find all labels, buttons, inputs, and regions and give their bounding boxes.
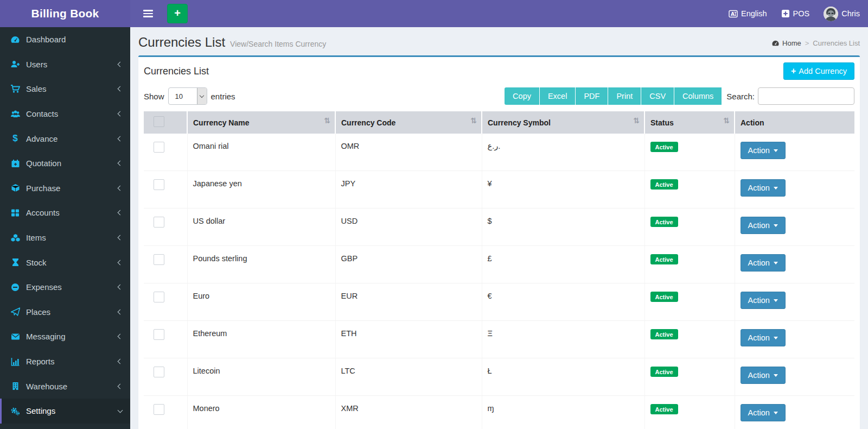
column-header-currency-name[interactable]: Currency Name⇅ [187,111,335,134]
currency-code-cell: ETH [335,321,482,358]
action-dropdown-button[interactable]: Action [741,367,786,384]
table-row: Litecoin LTC Ł Active Action [144,358,854,396]
sidebar-item-items[interactable]: Items [0,225,130,250]
action-dropdown-button[interactable]: Action [741,329,786,346]
currency-name-cell: Ethereum [187,321,335,358]
currency-name-cell: Litecoin [187,358,335,396]
action-dropdown-button[interactable]: Action [741,292,786,309]
calendar-plus-icon [10,159,21,168]
row-checkbox[interactable] [154,179,164,190]
select-all-checkbox[interactable] [154,116,164,127]
plus-icon: + [791,67,796,75]
export-button[interactable]: Print [608,87,641,105]
caret-down-icon [774,374,778,377]
sidebar-item-reports[interactable]: Reports [0,349,130,374]
app-logo[interactable]: Billing Book [0,0,130,27]
add-currency-button[interactable]: + Add Currency [783,62,854,80]
export-button[interactable]: Columns [674,87,722,105]
search-label: Search: [726,92,755,101]
minus-circle-icon [10,282,21,292]
pos-menu[interactable]: POS [781,9,810,18]
top-navbar: + A English POS [130,0,868,27]
currency-symbol-cell: £ [482,246,644,283]
export-button[interactable]: Excel [540,87,576,105]
breadcrumb-home-link[interactable]: Home [771,39,801,47]
sidebar-item-places[interactable]: Places [0,300,130,325]
sort-icon: ⇅ [470,116,477,125]
chevron-left-icon [118,86,123,92]
sidebar-item-users[interactable]: Users [0,52,130,77]
row-checkbox[interactable] [154,367,164,377]
action-dropdown-button[interactable]: Action [741,142,786,159]
column-header-currency-code[interactable]: Currency Code⇅ [335,111,482,134]
search-input[interactable] [758,87,854,105]
chevron-left-icon [118,111,123,117]
row-checkbox[interactable] [154,329,164,340]
navbar-right: A English POS [729,7,860,21]
column-header-currency-symbol[interactable]: Currency Symbol⇅ [482,111,644,134]
svg-text:A: A [731,11,735,17]
currency-name-cell: Omani rial [187,134,335,171]
currency-name-cell: Euro [187,283,335,321]
currency-symbol-cell: ر.ع. [482,134,644,171]
sidebar-item-warehouse[interactable]: Warehouse [0,374,130,399]
table-row: Omani rial OMR ر.ع. Active Action [144,134,854,171]
select-chevron-down-icon [197,88,207,104]
currencies-panel: Currencies List + Add Currency Show 10 e… [138,55,860,429]
caret-down-icon [774,187,778,190]
status-badge: Active [650,404,678,414]
sidebar-item-purchase[interactable]: Purchase [0,176,130,201]
export-button[interactable]: CSV [641,87,674,105]
shopping-cart-icon [10,84,21,94]
pos-label: POS [793,9,810,18]
row-checkbox[interactable] [154,254,164,265]
panel-header: Currencies List + Add Currency [138,57,860,85]
page-length-select[interactable]: 10 [168,87,207,105]
table-row: Monero XMR ɱ Active Action [144,396,854,429]
user-plus-icon [10,59,21,69]
quick-add-button[interactable]: + [167,4,188,23]
action-dropdown-button[interactable]: Action [741,217,786,234]
cubes-icon [10,233,21,243]
chevron-left-icon [118,61,123,67]
caret-down-icon [774,412,778,414]
currency-code-cell: EUR [335,283,482,321]
action-cell: Action [735,171,854,209]
sidebar-item-accounts[interactable]: Accounts [0,200,130,225]
action-cell: Action [735,283,854,321]
table-row: Ethereum ETH Ξ Active Action [144,321,854,358]
bar-chart-icon [10,357,21,367]
sidebar-item-advance[interactable]: $ Advance [0,126,130,151]
column-header-status[interactable]: Status⇅ [644,111,735,134]
action-dropdown-button[interactable]: Action [741,404,786,421]
currency-name-cell: Monero [187,396,335,429]
sidebar-item-messaging[interactable]: Messaging [0,324,130,349]
hourglass-icon [10,257,21,267]
sidebar-item-sales[interactable]: Sales [0,77,130,102]
sidebar-item-contacts[interactable]: Contacts [0,102,130,127]
sidebar-toggle-hamburger-icon[interactable] [137,0,159,27]
sidebar-item-quotation[interactable]: Quotation [0,151,130,176]
row-checkbox[interactable] [154,217,164,228]
language-menu[interactable]: A English [729,9,767,18]
sidebar-item-stock[interactable]: Stock [0,250,130,275]
sidebar-item-settings[interactable]: Settings [0,399,130,424]
currency-code-cell: JPY [335,171,482,209]
chevron-left-icon [118,136,123,141]
sidebar-item-expenses[interactable]: Expenses [0,275,130,300]
caret-down-icon [774,224,778,227]
chevron-left-icon [118,185,123,191]
export-button[interactable]: PDF [576,87,608,105]
row-checkbox[interactable] [154,142,164,153]
action-dropdown-button[interactable]: Action [741,179,786,197]
chevron-down-icon [118,407,123,413]
sidebar-item-dashboard[interactable]: Dashboard [0,27,130,52]
action-dropdown-button[interactable]: Action [741,254,786,272]
gears-icon [10,406,21,416]
chevron-left-icon [118,359,123,364]
export-buttons-group: Copy Excel PDF Print CSV Columns [505,87,722,105]
export-button[interactable]: Copy [505,87,540,105]
row-checkbox[interactable] [154,404,164,415]
user-menu[interactable]: Chris [824,7,860,21]
row-checkbox[interactable] [154,292,164,302]
